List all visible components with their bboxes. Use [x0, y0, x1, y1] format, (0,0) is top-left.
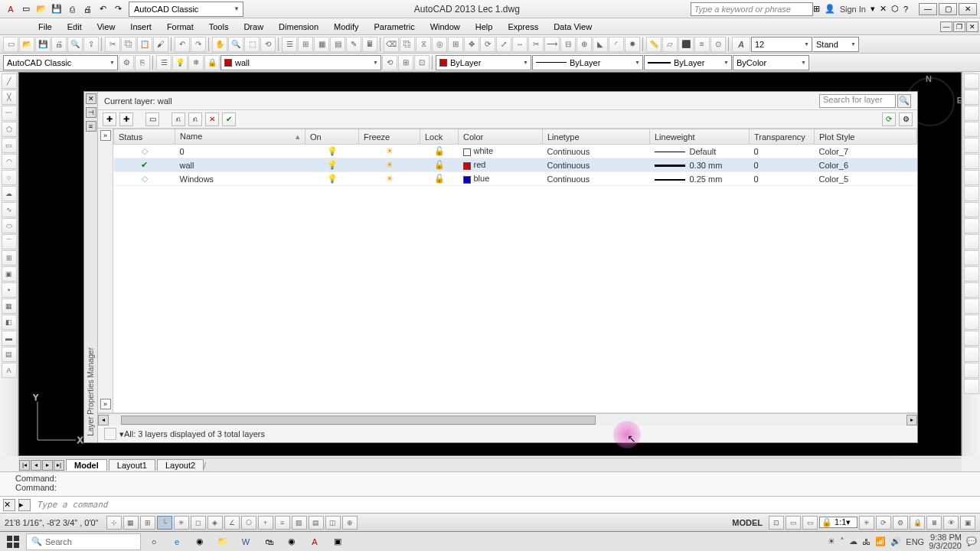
layer-lock-icon[interactable]: 🔒 — [204, 55, 220, 70]
rotate-std-icon[interactable]: ⟳ — [480, 37, 495, 52]
panel-close-icon[interactable]: ✕ — [86, 93, 96, 104]
menu-window[interactable]: Window — [423, 20, 468, 34]
osnap-icon[interactable]: ◻ — [191, 516, 206, 530]
scale-std-icon[interactable]: ⤢ — [496, 37, 511, 52]
xline-icon[interactable]: ╳ — [2, 90, 17, 105]
polar-icon[interactable]: ✳ — [174, 516, 189, 530]
tab-prev-icon[interactable]: ◂ — [31, 460, 41, 471]
layer-search-input[interactable]: Search for layer — [819, 94, 896, 108]
menu-draw[interactable]: Draw — [236, 20, 271, 34]
save-icon[interactable]: 💾 — [35, 37, 51, 52]
layer-row[interactable]: ◇Windows💡☀🔓blueContinuous0.25 mm0Color_5 — [114, 172, 917, 186]
hatch-icon[interactable]: ▦ — [2, 298, 17, 314]
new-layer-vpfreeze-icon[interactable]: ✚ — [119, 112, 133, 126]
infer-icon[interactable]: ⊹ — [106, 516, 122, 530]
fillet-std-icon[interactable]: ◜ — [609, 37, 624, 52]
app-menu-button[interactable]: A — [3, 2, 18, 17]
menu-file[interactable]: File — [31, 20, 60, 34]
region-d-icon[interactable]: ▬ — [2, 331, 17, 346]
m20-icon[interactable] — [964, 379, 979, 394]
col-lock[interactable]: Lock — [420, 129, 459, 145]
ws-icon[interactable]: ⚙ — [893, 516, 908, 530]
layer-manager-icon[interactable]: ☰ — [156, 55, 172, 70]
stay-connected-icon[interactable]: ⬡ — [891, 4, 899, 14]
extend-std-icon[interactable]: ⟶ — [544, 37, 560, 52]
lock-icon[interactable]: 🔓 — [434, 174, 445, 183]
tab-first-icon[interactable]: |◂ — [19, 460, 30, 471]
col-freeze[interactable]: Freeze — [359, 129, 420, 145]
col-name[interactable]: Name▴ — [175, 129, 305, 145]
m17-icon[interactable] — [964, 331, 979, 346]
tree-toggle-icon[interactable]: » — [100, 130, 111, 141]
text-style-combo[interactable]: Stand — [813, 37, 859, 52]
doc-minimize-button[interactable]: — — [940, 21, 952, 32]
chamfer-icon[interactable] — [964, 282, 979, 298]
tab-layout2[interactable]: Layout2 — [157, 459, 204, 471]
redo-icon[interactable]: ↷ — [110, 2, 126, 17]
region-icon[interactable]: ⬛ — [678, 37, 694, 52]
rect-icon[interactable]: ▭ — [2, 138, 17, 153]
move-icon[interactable] — [964, 154, 979, 169]
save-icon[interactable]: 💾 — [49, 2, 64, 17]
new-icon[interactable]: ▭ — [3, 37, 18, 52]
task-app-icon[interactable]: ▣ — [328, 533, 348, 550]
tray-notifications-icon[interactable]: 💬 — [966, 536, 977, 546]
saveas-icon[interactable]: ⎙ — [64, 2, 80, 17]
isolate-icon[interactable]: 👁 — [943, 516, 959, 530]
minimize-button[interactable]: — — [919, 3, 937, 15]
signin-link[interactable]: Sign In — [840, 5, 866, 14]
toolbar-lock-icon[interactable]: 🔒 — [910, 516, 925, 530]
mirror-std-icon[interactable]: ⧖ — [416, 37, 431, 52]
dist-icon[interactable]: 📏 — [646, 37, 662, 52]
sun-icon[interactable]: ☀ — [386, 174, 394, 183]
arc-icon[interactable]: ◠ — [2, 154, 17, 169]
erase-icon[interactable] — [964, 73, 979, 89]
tree-toggle-icon-2[interactable]: » — [100, 399, 111, 409]
rotate-icon[interactable] — [964, 170, 979, 185]
ellipse-arc-icon[interactable]: ⌒ — [2, 234, 17, 249]
filter-icon[interactable] — [104, 428, 116, 440]
tab-layout1[interactable]: Layout1 — [109, 459, 155, 471]
task-store-icon[interactable]: 🛍 — [259, 533, 279, 550]
menu-insert[interactable]: Insert — [122, 20, 159, 34]
linetype-combo[interactable]: ByLayer — [532, 55, 643, 70]
otrack-icon[interactable]: ∠ — [224, 516, 240, 530]
id-icon[interactable]: ⊙ — [710, 37, 726, 52]
m19-icon[interactable] — [964, 363, 979, 378]
trim-std-icon[interactable]: ✂ — [528, 37, 544, 52]
layer-prev-icon[interactable]: ⟲ — [382, 55, 397, 70]
hardware-icon[interactable]: 🖥 — [926, 516, 942, 530]
grid-hscrollbar[interactable]: ◂ ▸ — [98, 413, 917, 425]
design-center-icon[interactable]: ⊞ — [298, 37, 313, 52]
tray-lang[interactable]: ENG — [906, 537, 924, 546]
search-icon[interactable]: 🔍 — [897, 94, 911, 108]
tray-volume-icon[interactable]: 🔊 — [890, 536, 901, 546]
undo-icon[interactable]: ↶ — [95, 2, 110, 17]
new-layer-icon[interactable]: ✚ — [103, 112, 116, 126]
circle-icon[interactable]: ○ — [2, 170, 17, 185]
layer-state-icon[interactable]: ⊞ — [398, 55, 413, 70]
task-chrome2-icon[interactable]: ◉ — [282, 533, 302, 550]
scale-icon[interactable] — [964, 186, 979, 201]
lock-icon[interactable]: 🔓 — [434, 146, 445, 155]
line-icon[interactable]: ╱ — [2, 73, 17, 89]
bulb-icon[interactable]: 💡 — [327, 160, 338, 169]
task-cortana-icon[interactable]: ○ — [144, 533, 164, 550]
join-icon[interactable] — [964, 266, 979, 282]
task-edge-icon[interactable]: e — [167, 533, 187, 550]
sc-icon[interactable]: ◫ — [325, 516, 341, 530]
area-icon[interactable]: ▱ — [662, 37, 678, 52]
lineweight-combo[interactable]: ByLayer — [644, 55, 732, 70]
open-icon[interactable]: 📂 — [19, 37, 34, 52]
help-search-input[interactable]: Type a keyword or phrase — [691, 2, 813, 16]
workspace-settings-icon[interactable]: ⚙ — [119, 55, 134, 70]
menu-express[interactable]: Express — [500, 20, 546, 34]
tray-network-icon[interactable]: 🖧 — [862, 537, 871, 546]
tab-last-icon[interactable]: ▸| — [54, 460, 64, 471]
menu-dataview[interactable]: Data View — [546, 20, 599, 34]
offset-std-icon[interactable]: ◎ — [432, 37, 447, 52]
3dosnap-icon[interactable]: ◈ — [207, 516, 223, 530]
menu-tools[interactable]: Tools — [201, 20, 237, 34]
start-button[interactable] — [3, 533, 23, 550]
anno-scale-combo[interactable]: 🔒 1:1▾ — [819, 517, 858, 528]
